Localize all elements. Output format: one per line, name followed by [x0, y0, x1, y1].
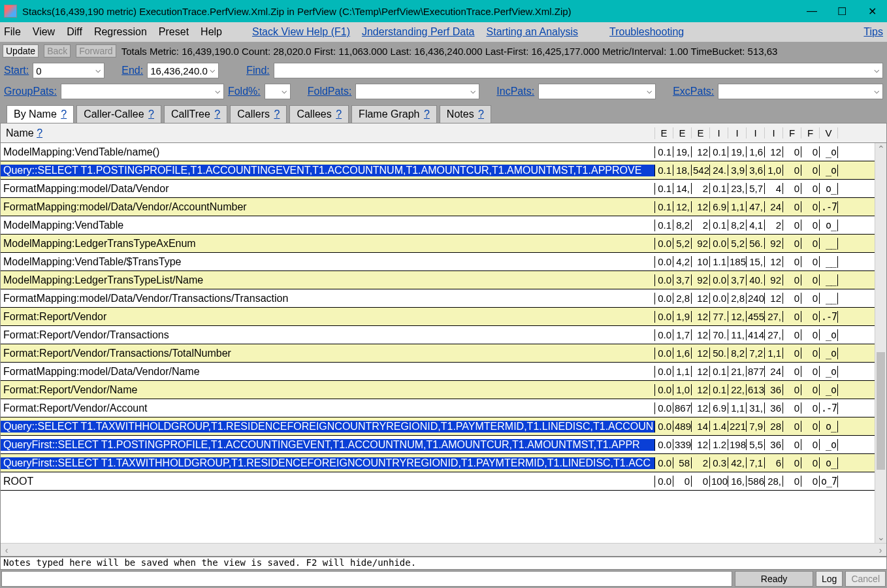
row-cell[interactable]: 1.4	[710, 421, 728, 432]
table-row[interactable]: QueryFirst::SELECT T1.TAXWITHHOLDGROUP,T…	[1, 454, 886, 472]
row-cell[interactable]: 6.9	[710, 201, 728, 212]
row-cell[interactable]: 0	[801, 220, 820, 231]
row-cell[interactable]: 0.3	[710, 457, 728, 468]
row-cell[interactable]: 0	[783, 165, 801, 176]
row-cell[interactable]: 11,	[728, 329, 747, 340]
row-cell[interactable]: _o	[820, 384, 838, 396]
row-cell[interactable]: 0	[801, 329, 820, 340]
scroll-left-icon[interactable]: ‹	[1, 545, 12, 555]
row-cell[interactable]: 12	[692, 311, 710, 322]
row-name-cell[interactable]: ModelMapping:VendTable/name()	[1, 146, 655, 158]
row-cell[interactable]: 14	[692, 421, 710, 432]
row-cell[interactable]: 12	[765, 293, 783, 304]
row-cell[interactable]: 0.0	[655, 329, 673, 340]
menu-diff[interactable]: Diff	[67, 26, 82, 38]
table-row[interactable]: ModelMapping:LedgerTransTypeList/Name0.0…	[1, 271, 886, 289]
row-cell[interactable]: _o	[820, 165, 838, 176]
link-understanding-perf[interactable]: Jnderstanding Perf Data	[362, 26, 475, 38]
row-cell[interactable]: 0.0	[655, 256, 673, 267]
row-cell[interactable]: 198	[728, 439, 747, 450]
row-cell[interactable]: 0.1	[710, 146, 728, 157]
row-cell[interactable]: 0	[783, 402, 801, 414]
row-cell[interactable]: 0	[783, 348, 801, 359]
row-cell[interactable]: 0	[783, 439, 801, 450]
row-cell[interactable]: 0	[783, 183, 801, 194]
row-cell[interactable]: 0.0	[655, 348, 673, 359]
row-cell[interactable]: 1.2	[710, 439, 728, 450]
row-cell[interactable]: 42,	[728, 457, 747, 468]
row-cell[interactable]: 0	[801, 457, 820, 468]
row-cell[interactable]: 24.	[710, 165, 728, 176]
col-header-4[interactable]: I	[728, 127, 747, 139]
end-input[interactable]	[147, 63, 219, 78]
row-cell[interactable]: 0	[801, 238, 820, 249]
col-header-3[interactable]: I	[710, 127, 728, 139]
row-cell[interactable]: 36	[765, 439, 783, 450]
row-cell[interactable]: 12	[692, 329, 710, 340]
row-cell[interactable]: o_7	[820, 476, 838, 487]
row-cell[interactable]: 0.0	[655, 238, 673, 249]
col-header-2[interactable]: E	[692, 127, 710, 139]
row-cell[interactable]: 0	[783, 421, 801, 432]
row-cell[interactable]: 4,2	[673, 256, 692, 267]
row-cell[interactable]: 0	[801, 348, 820, 359]
row-cell[interactable]: 36	[765, 384, 783, 395]
row-cell[interactable]: 6.9	[710, 402, 728, 414]
row-cell[interactable]: 3,7	[673, 274, 692, 286]
col-header-0[interactable]: E	[655, 127, 673, 139]
row-cell[interactable]: 0.1	[710, 366, 728, 377]
col-header-9[interactable]: V	[820, 127, 838, 139]
tab-flame-graph[interactable]: Flame Graph ?	[351, 105, 437, 123]
close-button[interactable]: ✕	[857, 0, 887, 22]
row-cell[interactable]: 19,	[728, 146, 747, 157]
row-cell[interactable]: 5,5	[747, 439, 765, 450]
row-cell[interactable]: 0	[801, 439, 820, 450]
row-cell[interactable]: 27,	[765, 329, 783, 340]
link-stack-view-help[interactable]: Stack View Help (F1)	[252, 26, 350, 38]
row-name-cell[interactable]: QueryFirst::SELECT T1.TAXWITHHOLDGROUP,T…	[1, 457, 655, 469]
row-cell[interactable]: __	[820, 274, 838, 286]
row-cell[interactable]: 12	[692, 366, 710, 377]
row-name-cell[interactable]: ModelMapping:VendTable/$TransType	[1, 256, 655, 268]
notes-area[interactable]: Notes typed here will be saved when the …	[0, 557, 887, 570]
row-cell[interactable]: 0.0	[655, 402, 673, 414]
row-cell[interactable]: 0.0	[655, 293, 673, 304]
row-cell[interactable]: 12,	[728, 311, 747, 322]
row-cell[interactable]: _o	[820, 439, 838, 451]
table-row[interactable]: Query::SELECT T1.POSTINGPROFILE,T1.ACCOU…	[1, 161, 886, 180]
row-cell[interactable]: 12	[692, 293, 710, 304]
row-name-cell[interactable]: Query::SELECT T1.POSTINGPROFILE,T1.ACCOU…	[1, 165, 655, 176]
row-cell[interactable]: 1,1	[728, 201, 747, 212]
row-cell[interactable]: 12	[692, 348, 710, 359]
row-name-cell[interactable]: ModelMapping:LedgerTransTypeList/Name	[1, 274, 655, 286]
row-cell[interactable]: 0	[783, 476, 801, 487]
menu-view[interactable]: View	[33, 26, 55, 38]
row-cell[interactable]: 24	[765, 366, 783, 377]
incpats-label[interactable]: IncPats:	[496, 86, 534, 97]
row-cell[interactable]: 0.0	[655, 476, 673, 487]
foldpct-input[interactable]	[265, 84, 291, 99]
col-header-5[interactable]: I	[747, 127, 765, 139]
row-cell[interactable]: 58	[673, 457, 692, 468]
row-cell[interactable]: 23,	[728, 183, 747, 194]
row-cell[interactable]: 1,0	[673, 384, 692, 395]
row-cell[interactable]: 92	[692, 274, 710, 286]
row-cell[interactable]: o_	[820, 220, 838, 231]
row-cell[interactable]: o_	[820, 457, 838, 469]
row-cell[interactable]: 240	[747, 293, 765, 304]
row-cell[interactable]: 0	[801, 146, 820, 157]
row-cell[interactable]: 31,	[747, 402, 765, 414]
row-cell[interactable]: 0.0	[655, 311, 673, 322]
row-cell[interactable]: 0	[801, 183, 820, 194]
row-cell[interactable]: 14,	[673, 183, 692, 194]
row-cell[interactable]: 0	[692, 476, 710, 487]
row-cell[interactable]: 0.1	[655, 146, 673, 157]
row-cell[interactable]: 5,2	[673, 238, 692, 249]
tab-caller-callee[interactable]: Caller-Callee ?	[76, 105, 161, 123]
row-cell[interactable]: 12	[765, 256, 783, 267]
col-header-7[interactable]: F	[783, 127, 801, 139]
row-cell[interactable]: 1,0	[765, 165, 783, 176]
row-cell[interactable]: 36	[765, 402, 783, 414]
find-input[interactable]	[274, 63, 883, 78]
row-cell[interactable]: 0.0	[655, 384, 673, 395]
